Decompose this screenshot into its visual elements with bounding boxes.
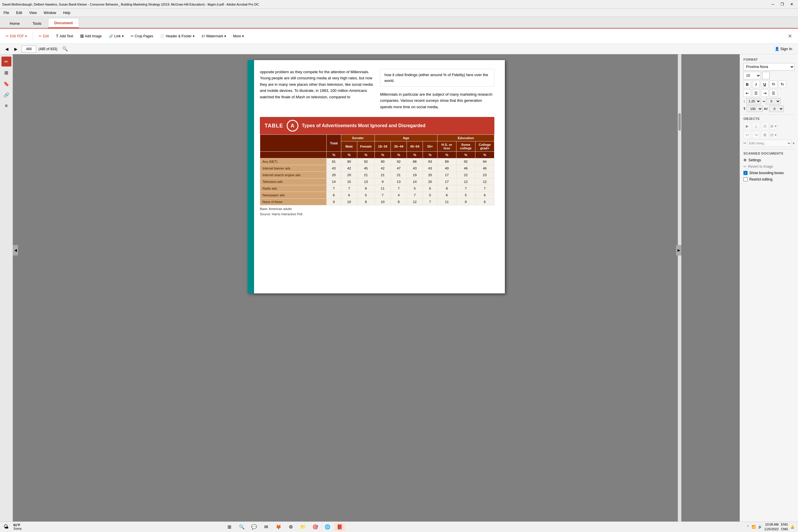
more-dropdown-icon[interactable]: ▾ xyxy=(242,34,244,38)
chat-button[interactable]: 💬 xyxy=(249,523,259,531)
col-pct-male: % xyxy=(341,152,357,158)
data-cell: 8 xyxy=(437,185,456,192)
objects-section: OBJECTS ▶ △ ⊡ ⊞ ▾ ↩ ↪ ⊠ ⊟ ▾ ✏ Edit Using… xyxy=(743,114,795,147)
browser-button[interactable]: 🦊 xyxy=(273,523,284,531)
data-cell: 20 xyxy=(423,178,437,185)
doc-scrollbar-thumb[interactable] xyxy=(679,113,681,131)
watermark-button[interactable]: 🏷 Watermark ▾ xyxy=(199,33,228,39)
align-right-button[interactable]: ⇥ xyxy=(761,89,768,97)
start-button[interactable]: ⊞ xyxy=(224,523,235,531)
link-dropdown[interactable]: ▾ xyxy=(122,34,124,38)
prev-page-button[interactable]: ◀ xyxy=(3,45,10,53)
data-cell: 89 xyxy=(437,158,456,165)
settings-taskbar-button[interactable]: ⚙ xyxy=(286,523,296,531)
add-image-button[interactable]: 🖼 Add Image xyxy=(78,33,104,39)
revert-to-image-button[interactable]: ↩ Revert to Image xyxy=(743,163,795,170)
link-button[interactable]: 🔗 Link ▾ xyxy=(107,33,126,39)
sidebar-bookmark-icon[interactable]: 🔖 xyxy=(1,79,12,89)
mash-italic: Mash xyxy=(296,95,305,99)
data-cell: 21 xyxy=(375,172,391,178)
restrict-editing-checkbox-control[interactable] xyxy=(743,177,747,182)
sign-in-button[interactable]: 👤 Sign In xyxy=(772,45,795,52)
header-footer-button[interactable]: 📄 Header & Footer ▾ xyxy=(158,33,197,39)
format-section: FORMAT Proxima Nova 10 B I U T1 T1 ⇤ xyxy=(743,58,795,112)
bounding-box-checkbox-control[interactable]: ✓ xyxy=(743,171,747,175)
data-cell: 23 xyxy=(475,172,494,178)
tab-document[interactable]: Document xyxy=(48,18,79,28)
font-size-select[interactable]: 10 xyxy=(743,72,761,79)
data-cell: 5 xyxy=(357,192,375,198)
col-pct-18-34: % xyxy=(375,152,391,158)
underline-button[interactable]: U xyxy=(761,80,768,88)
collapse-right-button[interactable]: ▶ xyxy=(676,245,681,255)
settings-button[interactable]: ⚙ Settings xyxy=(743,157,795,163)
restrict-editing-checkbox[interactable]: Restrict editing xyxy=(743,176,795,183)
data-cell: 12 xyxy=(475,178,494,185)
maximize-button[interactable]: ❐ xyxy=(778,1,786,7)
sidebar-pages-icon[interactable]: ⊞ xyxy=(1,68,12,78)
close-window-button[interactable]: ✕ xyxy=(787,1,796,7)
right-panel: FORMAT Proxima Nova 10 B I U T1 T1 ⇤ xyxy=(740,54,798,531)
collapse-left-button[interactable]: ◀ xyxy=(13,245,18,255)
menu-view[interactable]: View xyxy=(28,10,38,16)
data-cell: 93 xyxy=(423,158,437,165)
notification-icon[interactable]: ⌃ xyxy=(747,525,749,529)
font-select[interactable]: Proxima Nova xyxy=(743,63,795,71)
line-spacing-select[interactable]: 1.20 xyxy=(746,98,761,104)
app1-button[interactable]: 🎯 xyxy=(310,523,321,531)
edit-icon-toolbar: ✏ xyxy=(39,34,42,38)
tab-home[interactable]: Home xyxy=(3,19,26,28)
mail-button[interactable]: ✉ xyxy=(261,523,271,531)
network-icon: 📶 xyxy=(752,525,756,529)
status-bar: 🌤 61°F Sunny ⊞ 🔍 💬 ✉ 🦊 ⚙ 📁 🎯 🌐 📕 ⌃ 📶 🔊 1… xyxy=(0,521,798,532)
italic-button[interactable]: I xyxy=(752,80,760,88)
files-button[interactable]: 📁 xyxy=(298,523,308,531)
minimize-button[interactable]: ─ xyxy=(769,1,777,7)
edit-button[interactable]: ✏ Edit xyxy=(36,33,51,39)
align-justify-button[interactable]: ☰ xyxy=(770,89,777,97)
data-cell: 14 xyxy=(327,178,341,185)
superscript-button[interactable]: T1 xyxy=(770,80,777,88)
crop-pages-button[interactable]: ✂ Crop Pages xyxy=(128,33,155,39)
revert-icon: ↩ xyxy=(743,165,746,169)
show-bounding-boxes-checkbox[interactable]: ✓ Show bounding boxes xyxy=(743,170,795,176)
menu-help[interactable]: Help xyxy=(62,10,72,16)
subscript-button[interactable]: T1 xyxy=(778,80,786,88)
data-cell: 8 xyxy=(357,198,375,205)
menu-file[interactable]: File xyxy=(2,10,10,16)
link-icon: 🔗 xyxy=(109,34,113,38)
app2-button[interactable]: 🌐 xyxy=(322,523,333,531)
menu-edit[interactable]: Edit xyxy=(15,10,23,16)
notification-bell-icon[interactable]: 🔔 xyxy=(791,525,795,529)
font-color-box[interactable] xyxy=(762,72,770,79)
search-button[interactable]: 🔍 xyxy=(62,46,68,52)
sidebar-layers-icon[interactable]: ≡ xyxy=(1,101,12,111)
edit-pdf-dropdown[interactable]: ▾ xyxy=(25,34,27,38)
sidebar-edit-icon[interactable]: ✏ xyxy=(1,57,12,66)
next-page-button[interactable]: ▶ xyxy=(13,45,19,53)
search-taskbar-button[interactable]: 🔍 xyxy=(236,523,247,531)
toolbar-close-button[interactable]: ✕ xyxy=(785,32,795,40)
indent-select[interactable]: 0 xyxy=(766,98,780,104)
table-row: Any (NET)91909290928893899294 xyxy=(260,158,494,165)
align-left-button[interactable]: ⇤ xyxy=(743,89,751,97)
more-button[interactable]: More ▾ xyxy=(231,33,246,39)
page-number-input[interactable] xyxy=(22,45,36,53)
sidebar-link-icon[interactable]: 🔗 xyxy=(1,90,12,100)
add-text-button[interactable]: T Add Text xyxy=(54,33,76,40)
doc-scrollbar[interactable] xyxy=(678,54,681,531)
kerning-select[interactable]: 0 xyxy=(769,106,784,112)
edit-pdf-button[interactable]: ✏ Edit PDF ▾ xyxy=(3,33,29,39)
bold-button[interactable]: B xyxy=(743,80,751,88)
header-footer-dropdown[interactable]: ▾ xyxy=(193,34,194,38)
left-sidebar: ✏ ⊞ 🔖 🔗 ≡ xyxy=(0,54,13,531)
align-buttons: ⇤ ☰ ⇥ ☰ xyxy=(743,89,795,97)
volume-icon[interactable]: 🔊 xyxy=(758,525,762,529)
acrobat-taskbar-button[interactable]: 📕 xyxy=(335,523,345,531)
char-scale-select[interactable]: 100 xyxy=(747,106,763,112)
align-center-button[interactable]: ☰ xyxy=(752,89,760,97)
watermark-dropdown[interactable]: ▾ xyxy=(224,34,226,38)
menu-window[interactable]: Window xyxy=(43,10,57,16)
tab-tools[interactable]: Tools xyxy=(26,19,48,28)
table-row: Television ads1415139131420171212 xyxy=(260,178,494,185)
